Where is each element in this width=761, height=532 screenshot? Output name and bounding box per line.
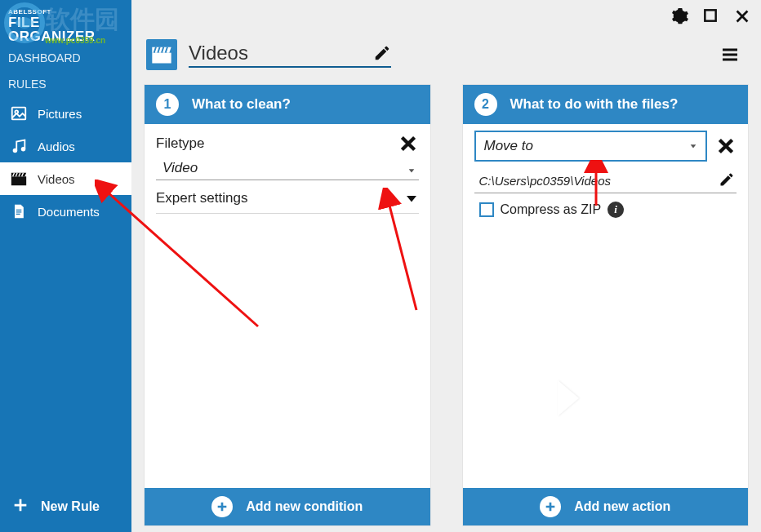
sidebar-item-label: Pictures bbox=[38, 107, 82, 121]
action-select[interactable]: Move to bbox=[474, 131, 708, 162]
panel-connector-arrow bbox=[558, 380, 579, 416]
rule-title-input[interactable]: Videos bbox=[189, 42, 391, 68]
sidebar-item-videos[interactable]: Videos bbox=[0, 162, 131, 195]
plus-icon bbox=[11, 496, 29, 517]
app-logo: ABELSSOFT FILE ORGANIZER bbox=[0, 0, 131, 45]
panel1-header: 1 What to clean? bbox=[145, 85, 430, 124]
remove-action-button[interactable] bbox=[715, 135, 737, 157]
add-action-label: Add new action bbox=[574, 499, 670, 514]
panels-row: 1 What to clean? Filetype Video E bbox=[131, 85, 761, 532]
music-icon bbox=[10, 137, 28, 155]
picture-icon bbox=[10, 104, 28, 122]
destination-path: C:\Users\pc0359\Videos bbox=[474, 174, 719, 188]
edit-path-button[interactable] bbox=[719, 171, 737, 189]
rule-title-text: Videos bbox=[189, 42, 373, 64]
sidebar-dashboard[interactable]: DASHBOARD bbox=[0, 45, 131, 71]
maximize-button[interactable] bbox=[702, 7, 720, 25]
compress-zip-checkbox[interactable] bbox=[479, 202, 494, 217]
edit-title-button[interactable] bbox=[373, 44, 391, 62]
add-condition-button[interactable]: Add new condition bbox=[145, 488, 430, 525]
step-badge-2: 2 bbox=[474, 93, 497, 116]
compress-zip-label: Compress as ZIP bbox=[501, 202, 602, 217]
sidebar-rules-list: Pictures Audios Videos Documents bbox=[0, 97, 131, 228]
panel-actions: 2 What to do with the files? Move to bbox=[463, 85, 749, 525]
filetype-label: Filetype bbox=[156, 131, 205, 157]
destination-path-row: C:\Users\pc0359\Videos bbox=[474, 166, 737, 193]
new-rule-button[interactable]: New Rule bbox=[0, 481, 131, 532]
plus-circle-icon bbox=[211, 496, 233, 517]
sidebar-rules-header: RULES bbox=[0, 71, 131, 97]
remove-condition-button[interactable] bbox=[398, 133, 419, 154]
sidebar-item-label: Videos bbox=[38, 172, 75, 186]
step-badge-1: 1 bbox=[156, 93, 179, 116]
sidebar-item-pictures[interactable]: Pictures bbox=[0, 97, 131, 130]
menu-button[interactable] bbox=[719, 45, 741, 64]
compress-zip-row: Compress as ZIP i bbox=[474, 193, 737, 226]
dropdown-arrow-icon bbox=[689, 139, 697, 153]
sidebar-item-label: Documents bbox=[38, 205, 100, 219]
sidebar-item-label: Audios bbox=[38, 140, 75, 153]
close-button[interactable] bbox=[733, 7, 751, 25]
rule-icon bbox=[146, 39, 177, 70]
expert-settings-label: Expert settings bbox=[156, 190, 247, 206]
dropdown-arrow-icon bbox=[407, 163, 417, 173]
panel2-title: What to do with the files? bbox=[510, 96, 679, 113]
svg-rect-6 bbox=[152, 53, 171, 64]
filetype-value: Video bbox=[158, 160, 407, 176]
action-value: Move to bbox=[484, 138, 690, 154]
sidebar-item-documents[interactable]: Documents bbox=[0, 195, 131, 228]
panel2-body: Move to C:\Users\pc0359\Videos bbox=[463, 124, 749, 483]
main-area: Videos 1 What to clean? Filetype bbox=[131, 0, 761, 532]
info-button[interactable]: i bbox=[607, 202, 624, 218]
sidebar: ABELSSOFT FILE ORGANIZER DASHBOARD RULES… bbox=[0, 0, 131, 532]
add-condition-label: Add new condition bbox=[246, 499, 363, 514]
sidebar-spacer bbox=[0, 228, 131, 481]
clapperboard-icon bbox=[10, 170, 28, 188]
expert-settings-toggle[interactable]: Expert settings bbox=[156, 184, 419, 214]
svg-point-2 bbox=[13, 149, 18, 153]
brand-large: FILE ORGANIZER bbox=[8, 16, 123, 43]
chevron-down-icon bbox=[404, 191, 419, 206]
window-controls bbox=[131, 0, 761, 33]
filetype-dropdown[interactable]: Video bbox=[156, 157, 419, 180]
svg-point-3 bbox=[21, 147, 26, 152]
settings-button[interactable] bbox=[671, 7, 689, 25]
panel1-title: What to clean? bbox=[192, 96, 291, 113]
panel-conditions: 1 What to clean? Filetype Video E bbox=[145, 85, 430, 525]
new-rule-label: New Rule bbox=[41, 499, 100, 514]
sidebar-item-audios[interactable]: Audios bbox=[0, 130, 131, 162]
rule-title-row: Videos bbox=[131, 33, 761, 85]
svg-rect-5 bbox=[705, 10, 715, 20]
svg-rect-4 bbox=[11, 176, 26, 185]
panel1-body: Filetype Video Expert settings bbox=[145, 124, 430, 483]
add-action-button[interactable]: Add new action bbox=[463, 488, 749, 525]
document-icon bbox=[10, 202, 28, 220]
panel2-header: 2 What to do with the files? bbox=[463, 85, 749, 124]
plus-circle-icon bbox=[540, 496, 561, 517]
